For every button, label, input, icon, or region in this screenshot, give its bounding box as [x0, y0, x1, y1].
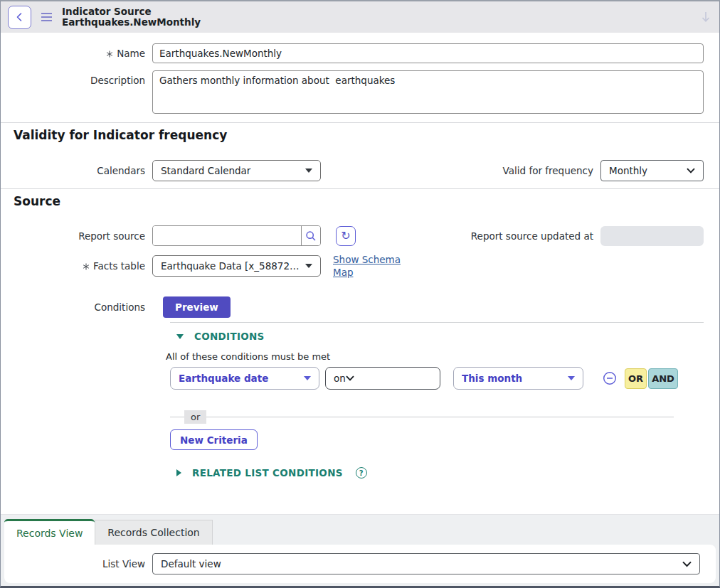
section-divider [1, 188, 719, 189]
list-view-select[interactable]: Default view [152, 553, 700, 574]
description-label: Description [1, 75, 152, 86]
calendars-row: Calendars Standard Calendar Valid for fr… [1, 160, 704, 181]
collapse-triangle-icon[interactable] [176, 334, 184, 339]
chevron-down-icon [687, 168, 695, 173]
updated-at-group: Report source updated at [471, 226, 704, 246]
name-row: Name [1, 43, 704, 63]
new-criteria-button[interactable]: New Criteria [170, 429, 258, 450]
frequency-label: Valid for frequency [503, 165, 593, 176]
calendars-dropdown[interactable]: Standard Calendar [152, 160, 321, 181]
required-icon [83, 263, 90, 270]
facts-table-dropdown[interactable]: Earthquake Data [x_58872_ear... [152, 255, 321, 277]
header: Indicator Source Earthquakes.NewMonthly [1, 1, 719, 33]
updated-at-field [600, 226, 704, 246]
caret-down-icon [568, 376, 575, 380]
name-input[interactable] [152, 43, 704, 63]
facts-table-label: Facts table [1, 260, 152, 272]
tabs-bar: Records View Records Collection [4, 519, 716, 545]
conditions-label: Conditions [1, 301, 152, 313]
description-textarea[interactable]: Gathers monthly information about earthq… [152, 70, 704, 114]
app-window: Indicator Source Earthquakes.NewMonthly … [0, 0, 720, 588]
scroll-down-icon[interactable] [701, 11, 711, 23]
form-area: Name Description Gathers monthly informa… [1, 33, 719, 514]
related-list-section-title[interactable]: RELATED LIST CONDITIONS [192, 467, 343, 479]
preview-button[interactable]: Preview [163, 296, 231, 318]
show-schema-map-link[interactable]: Show Schema Map [333, 253, 403, 279]
records-panel: Records View Records Collection List Vie… [1, 514, 719, 586]
search-icon[interactable] [301, 226, 320, 245]
condition-operator-select[interactable]: on [325, 367, 440, 390]
caret-down-icon [305, 169, 312, 173]
report-source-row: Report source ↻ Report source updated at [1, 225, 704, 246]
chevron-left-icon [13, 10, 27, 24]
conditions-row: Conditions Preview [1, 296, 704, 318]
records-view-card: List View Default view [4, 545, 716, 583]
or-button[interactable]: OR [625, 368, 647, 389]
condition-field-dropdown[interactable]: Earthquake date [170, 367, 319, 390]
description-row: Description Gathers monthly information … [1, 70, 704, 114]
refresh-icon: ↻ [341, 230, 350, 242]
name-label: Name [1, 48, 152, 59]
report-source-field [152, 225, 321, 246]
required-icon [106, 50, 113, 58]
page-title: Indicator Source Earthquakes.NewMonthly [62, 6, 201, 28]
chevron-down-icon [346, 375, 354, 381]
section-divider [1, 122, 719, 123]
conditions-section-title[interactable]: CONDITIONS [194, 331, 265, 342]
caret-down-icon [304, 376, 311, 380]
or-divider: or [170, 417, 674, 417]
validity-section-title: Validity for Indicator frequency [14, 128, 719, 142]
facts-table-row: Facts table Earthquake Data [x_58872_ear… [1, 253, 704, 279]
updated-at-label: Report source updated at [471, 230, 593, 242]
page-title-record: Earthquakes.NewMonthly [62, 17, 201, 28]
tab-records-collection[interactable]: Records Collection [95, 520, 212, 545]
and-button[interactable]: AND [648, 368, 678, 389]
condition-builder-row: Earthquake date on This month OR AND [170, 367, 719, 390]
refresh-button[interactable]: ↻ [336, 226, 356, 246]
back-button[interactable] [8, 6, 31, 29]
report-source-input[interactable] [153, 226, 301, 245]
remove-condition-icon[interactable] [603, 371, 617, 385]
frequency-group: Valid for frequency Monthly [503, 160, 704, 181]
tab-records-view[interactable]: Records View [4, 519, 95, 545]
condition-value-dropdown[interactable]: This month [453, 367, 583, 390]
calendars-label: Calendars [1, 165, 152, 176]
report-source-label: Report source [1, 230, 152, 242]
conditions-subtitle: All of these conditions must be met [166, 351, 719, 362]
frequency-select[interactable]: Monthly [600, 160, 704, 181]
chevron-down-icon [682, 561, 692, 567]
conditions-divider [170, 322, 704, 323]
caret-down-icon [305, 264, 312, 268]
expand-triangle-icon[interactable] [176, 469, 181, 476]
page-title-type: Indicator Source [62, 6, 201, 18]
hamburger-menu-icon[interactable] [41, 12, 53, 22]
help-icon[interactable]: ? [356, 467, 367, 479]
list-view-label: List View [4, 558, 152, 570]
source-section-title: Source [14, 194, 719, 208]
conditions-section-header: CONDITIONS [176, 331, 719, 342]
or-chip: or [184, 410, 206, 424]
related-list-section-header: RELATED LIST CONDITIONS ? [176, 467, 719, 479]
